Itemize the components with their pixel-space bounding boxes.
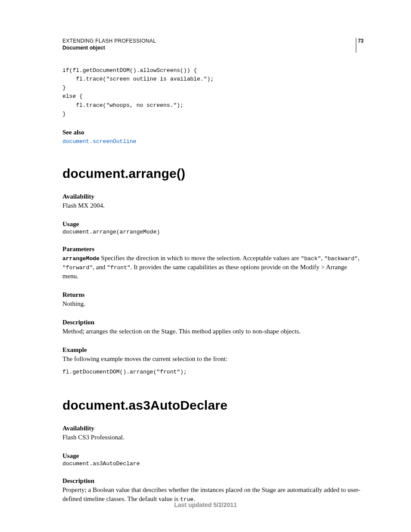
- availability-heading-2: Availability: [62, 425, 364, 432]
- description-heading: Description: [62, 319, 364, 326]
- running-header-section: Document object: [62, 45, 364, 51]
- page-number: 73: [358, 38, 364, 44]
- usage-heading: Usage: [62, 221, 364, 228]
- example-text: The following example moves the current …: [62, 355, 364, 364]
- footer-updated: Last updated 5/2/2011: [0, 501, 411, 508]
- usage-code: document.arrange(arrangeMode): [62, 229, 364, 235]
- parameters-text: arrangeMode Specifies the direction in w…: [62, 254, 364, 281]
- usage-heading-2: Usage: [62, 452, 364, 460]
- api-title-arrange: document.arrange(): [62, 166, 364, 181]
- returns-heading: Returns: [62, 291, 364, 299]
- returns-text: Nothing.: [62, 299, 364, 308]
- code-block-allowscreens: if(fl.getDocumentDOM().allowScreens()) {…: [62, 66, 364, 118]
- param-name-arrangemode: arrangeMode: [62, 255, 100, 262]
- description-heading-2: Description: [62, 477, 364, 485]
- api-title-autodeclare: document.as3AutoDeclare: [62, 398, 364, 413]
- parameters-heading: Parameters: [62, 246, 364, 253]
- example-heading: Example: [62, 346, 364, 354]
- availability-heading: Availability: [62, 193, 364, 200]
- example-code: fl.getDocumentDOM().arrange("front");: [62, 368, 364, 376]
- header-rule: [356, 38, 356, 53]
- see-also-link[interactable]: document.screenOutline: [62, 138, 137, 145]
- usage-code-2: document.as3AutoDeclare: [62, 460, 364, 467]
- see-also-heading: See also: [62, 129, 364, 136]
- availability-text-2: Flash CS3 Professional.: [62, 433, 364, 442]
- description-text: Method; arranges the selection on the St…: [62, 327, 364, 336]
- availability-text: Flash MX 2004.: [62, 201, 364, 210]
- running-header-title: EXTENDING FLASH PROFESSIONAL: [62, 38, 364, 44]
